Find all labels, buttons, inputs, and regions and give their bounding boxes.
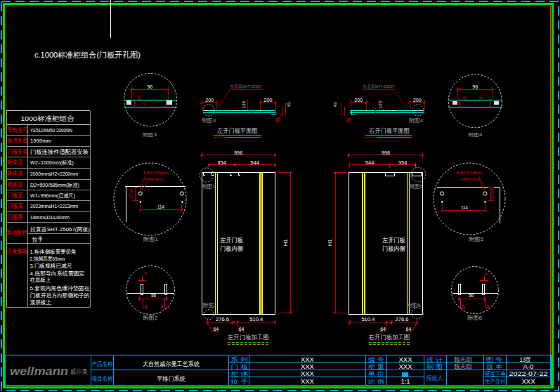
svg-text:单 位: 单 位 bbox=[368, 370, 385, 377]
svg-text:拉直器SHT-25067(两板): 拉直器SHT-25067(两板) bbox=[30, 226, 91, 233]
svg-text:510.4: 510.4 bbox=[249, 317, 263, 322]
svg-text:H1: H1 bbox=[283, 239, 289, 246]
svg-text:拉 手: 拉 手 bbox=[230, 378, 249, 385]
svg-text:XXX: XXX bbox=[398, 362, 412, 370]
svg-text:1000标准柜组合: 1000标准柜组合 bbox=[21, 115, 75, 122]
svg-text:125: 125 bbox=[378, 100, 382, 108]
svg-text:8-Φ2.5*10mm: 8-Φ2.5*10mm bbox=[143, 171, 169, 175]
svg-text:510.4: 510.4 bbox=[361, 317, 375, 322]
svg-text:产品名称: 产品名称 bbox=[92, 360, 113, 367]
svg-text:编 号: 编 号 bbox=[368, 356, 385, 363]
svg-text:拉直器SHT-25067: 拉直器SHT-25067 bbox=[230, 84, 263, 89]
svg-text:大自然威尔曼工艺系统: 大自然威尔曼工艺系统 bbox=[143, 360, 200, 367]
svg-text:轨道长度: 轨道长度 bbox=[8, 137, 28, 144]
svg-text:H1: H1 bbox=[327, 239, 333, 246]
svg-text:XXX: XXX bbox=[301, 355, 315, 363]
svg-text:前: 前 bbox=[346, 117, 352, 123]
svg-text:2022-07-22: 2022-07-22 bbox=[509, 370, 548, 377]
svg-text:276.6: 276.6 bbox=[396, 317, 409, 322]
svg-text:门板高: 门板高 bbox=[8, 202, 23, 209]
svg-text:左开门板: 左开门板 bbox=[382, 237, 405, 244]
svg-text:996: 996 bbox=[382, 150, 391, 156]
svg-text:43: 43 bbox=[287, 102, 291, 107]
svg-text:左开门板加工图: 左开门板加工图 bbox=[227, 334, 269, 341]
svg-text:制 图: 制 图 bbox=[426, 363, 443, 370]
svg-text:门板连接件适配器安装: 门板连接件适配器安装 bbox=[30, 148, 89, 155]
svg-text:魏志聪: 魏志聪 bbox=[454, 356, 473, 363]
svg-text:XXX: XXX bbox=[398, 355, 412, 363]
svg-text:4-Φ34*10mm: 4-Φ34*10mm bbox=[145, 177, 164, 181]
svg-text:研发下单: 研发下单 bbox=[485, 370, 506, 377]
svg-text:2000mm≤H2<2200mm: 2000mm≤H2<2200mm bbox=[30, 171, 78, 177]
svg-text:XXX: XXX bbox=[521, 377, 535, 385]
svg-text:1:1: 1:1 bbox=[401, 377, 410, 385]
svg-text:96: 96 bbox=[147, 84, 152, 90]
svg-text:56: 56 bbox=[469, 293, 474, 298]
svg-text:YE512AM50 2000NN: YE512AM50 2000NN bbox=[30, 127, 72, 133]
svg-text:魏志聪: 魏志聪 bbox=[454, 363, 473, 370]
svg-text:附图1: 附图1 bbox=[143, 236, 159, 242]
svg-text:导轨货号: 导轨货号 bbox=[8, 126, 28, 133]
svg-text:276.6: 276.6 bbox=[216, 317, 229, 322]
svg-text:柜体深: 柜体深 bbox=[7, 181, 23, 188]
svg-text:平移门系统: 平移门系统 bbox=[157, 375, 185, 382]
svg-text:在底板上: 在底板上 bbox=[30, 277, 51, 283]
svg-text:门板内侧: 门板内侧 bbox=[220, 245, 243, 252]
svg-text:4-Φ34*10mm: 4-Φ34*10mm bbox=[460, 177, 480, 181]
svg-text:顶层板上: 顶层板上 bbox=[30, 299, 52, 306]
svg-text:200: 200 bbox=[205, 97, 214, 103]
svg-text:27.03: 27.03 bbox=[129, 189, 133, 199]
svg-text:200: 200 bbox=[354, 97, 363, 103]
svg-text:9: 9 bbox=[143, 102, 145, 106]
svg-text:附图3: 附图3 bbox=[202, 117, 216, 124]
svg-text:43: 43 bbox=[333, 102, 337, 107]
svg-text:4.底部导向系统需固定: 4.底部导向系统需固定 bbox=[30, 270, 85, 277]
svg-text:图 号: 图 号 bbox=[486, 356, 503, 363]
svg-text:64: 64 bbox=[406, 327, 412, 332]
svg-text:系 列: 系 列 bbox=[230, 356, 248, 363]
svg-text:生产交付: 生产交付 bbox=[485, 378, 506, 385]
svg-text:c.1000标准柜组合(门板开孔图): c.1000标准柜组合(门板开孔图) bbox=[34, 51, 141, 59]
svg-text:114: 114 bbox=[157, 204, 164, 209]
svg-text:114: 114 bbox=[461, 205, 468, 210]
svg-text:9: 9 bbox=[446, 98, 450, 100]
svg-text:门板安装: 门板安装 bbox=[8, 148, 28, 155]
svg-text:544: 544 bbox=[250, 159, 259, 166]
svg-text:13页: 13页 bbox=[520, 356, 531, 363]
svg-text:3.门板规格已减尺: 3.门板规格已减尺 bbox=[30, 263, 72, 269]
svg-text:前: 前 bbox=[275, 117, 281, 123]
svg-text:设 计: 设 计 bbox=[426, 356, 443, 363]
svg-text:比 例: 比 例 bbox=[368, 378, 384, 385]
svg-text:门板厚: 门板厚 bbox=[8, 214, 23, 221]
svg-text:附图3: 附图3 bbox=[143, 132, 157, 138]
svg-text:18mm≤D1≤40mm: 18mm≤D1≤40mm bbox=[30, 214, 70, 221]
svg-text:注意事项: 注意事项 bbox=[7, 248, 28, 255]
svg-text:10: 10 bbox=[137, 96, 141, 100]
svg-text:左开门板: 左开门板 bbox=[220, 237, 243, 244]
svg-text:354: 354 bbox=[217, 159, 226, 166]
svg-text:wellmann: wellmann bbox=[10, 365, 68, 378]
svg-text:柜体宽: 柜体宽 bbox=[7, 159, 23, 166]
svg-text:64: 64 bbox=[380, 327, 386, 332]
svg-text:附图2: 附图2 bbox=[203, 302, 217, 308]
svg-text:2023mm≤H1<2223mm: 2023mm≤H1<2223mm bbox=[30, 203, 78, 209]
svg-text:XXX: XXX bbox=[301, 370, 315, 377]
svg-text:56: 56 bbox=[151, 293, 157, 298]
svg-text:8-Φ2.5*10mm: 8-Φ2.5*10mm bbox=[457, 171, 482, 175]
svg-text:996: 996 bbox=[234, 150, 243, 156]
svg-text:D2=500/585mm(标准): D2=500/585mm(标准) bbox=[30, 182, 79, 188]
svg-text:544: 544 bbox=[365, 159, 375, 166]
svg-text:W2=1000mm(标准): W2=1000mm(标准) bbox=[30, 159, 74, 166]
svg-text:附图6: 附图6 bbox=[407, 302, 421, 308]
svg-text:9: 9 bbox=[458, 101, 460, 105]
svg-text:2.地脚高度65mm: 2.地脚高度65mm bbox=[30, 256, 65, 262]
svg-text:64: 64 bbox=[213, 327, 219, 332]
svg-text:附图5: 附图5 bbox=[469, 236, 484, 242]
svg-text:5.套装内黑色缓冲垫固在: 5.套装内黑色缓冲垫固在 bbox=[30, 285, 90, 292]
svg-text:200: 200 bbox=[264, 97, 273, 103]
svg-text:9: 9 bbox=[152, 98, 157, 100]
svg-text:门 板: 门 板 bbox=[230, 363, 249, 370]
svg-text:柜体高: 柜体高 bbox=[7, 170, 23, 177]
svg-text:其他配件: 其他配件 bbox=[7, 229, 28, 236]
svg-text:门板内侧: 门板内侧 bbox=[382, 245, 405, 252]
